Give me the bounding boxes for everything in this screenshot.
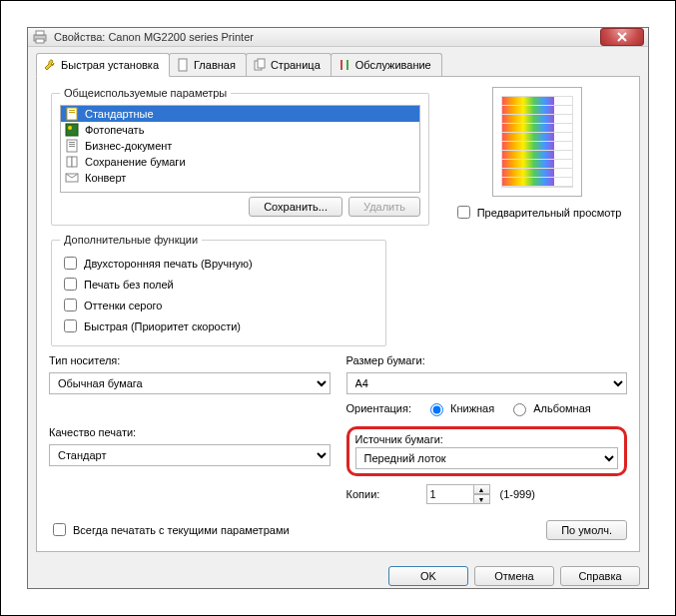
- business-icon: [65, 139, 79, 153]
- window-title: Свойства: Canon MG2200 series Printer: [54, 31, 600, 43]
- source-select[interactable]: Передний лоток: [355, 447, 619, 469]
- tab-maintenance[interactable]: Обслуживание: [331, 53, 442, 76]
- svg-rect-9: [69, 110, 75, 111]
- svg-rect-3: [179, 59, 187, 71]
- tab-strip: Быстрая установка Главная Страница Обслу…: [28, 47, 648, 76]
- tab-label: Страница: [271, 59, 321, 71]
- tab-body: Общеиспользуемые параметры Стандартные Ф…: [36, 76, 640, 552]
- envelope-icon: [65, 171, 79, 185]
- pages-icon: [253, 58, 267, 72]
- list-item[interactable]: Конверт: [61, 170, 419, 186]
- properties-dialog: Свойства: Canon MG2200 series Printer Бы…: [27, 27, 649, 589]
- save-profile-button[interactable]: Сохранить...: [249, 197, 342, 217]
- copies-range: (1-999): [500, 488, 535, 500]
- portrait-radio[interactable]: Книжная: [425, 400, 494, 416]
- copies-spinner[interactable]: ▲▼: [426, 484, 490, 504]
- always-print-check[interactable]: Всегда печатать с текущими параметрами: [49, 520, 290, 539]
- help-button[interactable]: Справка: [560, 566, 640, 586]
- dialog-footer: OK Отмена Справка: [28, 560, 648, 596]
- ok-button[interactable]: OK: [388, 566, 468, 586]
- svg-rect-16: [69, 146, 75, 147]
- svg-rect-2: [36, 39, 44, 43]
- page-preview: [492, 87, 582, 197]
- profiles-legend: Общеиспользуемые параметры: [60, 87, 231, 99]
- close-button[interactable]: [600, 28, 644, 46]
- printer-icon: [32, 29, 48, 45]
- list-item[interactable]: Сохранение бумаги: [61, 154, 419, 170]
- svg-rect-6: [340, 60, 342, 70]
- save-paper-icon: [65, 155, 79, 169]
- wrench-icon: [43, 58, 57, 72]
- copies-input[interactable]: [426, 484, 474, 504]
- defaults-button[interactable]: По умолч.: [546, 520, 627, 540]
- quality-select[interactable]: Стандарт: [49, 444, 331, 466]
- svg-rect-15: [69, 144, 75, 145]
- svg-rect-18: [72, 157, 77, 167]
- tab-page[interactable]: Страница: [246, 53, 332, 76]
- extras-fieldset: Дополнительные функции Двухсторонняя печ…: [51, 234, 386, 346]
- tab-main[interactable]: Главная: [169, 53, 247, 76]
- svg-point-12: [68, 126, 72, 130]
- list-item[interactable]: Бизнес-документ: [61, 138, 419, 154]
- extras-legend: Дополнительные функции: [60, 234, 202, 246]
- grayscale-check[interactable]: Оттенки серого: [60, 296, 377, 314]
- media-label: Тип носителя:: [49, 354, 331, 366]
- doc-icon: [176, 58, 190, 72]
- source-label: Источник бумаги:: [355, 433, 619, 445]
- preview-checkbox[interactable]: [457, 206, 470, 219]
- spin-up[interactable]: ▲: [474, 484, 490, 494]
- fast-check[interactable]: Быстрая (Приоритет скорости): [60, 316, 377, 335]
- tools-icon: [338, 58, 351, 72]
- tab-label: Обслуживание: [355, 59, 431, 71]
- size-select[interactable]: A4: [346, 372, 628, 394]
- copies-label: Копии:: [346, 488, 416, 500]
- tab-quick-setup[interactable]: Быстрая установка: [36, 53, 170, 77]
- svg-rect-14: [69, 142, 75, 143]
- titlebar: Свойства: Canon MG2200 series Printer: [28, 28, 648, 47]
- svg-rect-17: [67, 157, 72, 167]
- list-item[interactable]: Стандартные: [61, 106, 419, 122]
- landscape-radio[interactable]: Альбомная: [508, 400, 591, 416]
- profiles-fieldset: Общеиспользуемые параметры Стандартные Ф…: [51, 87, 429, 226]
- tab-label: Быстрая установка: [61, 59, 159, 71]
- media-select[interactable]: Обычная бумага: [49, 372, 331, 394]
- photo-icon: [65, 123, 79, 137]
- standard-icon: [65, 107, 79, 121]
- svg-rect-1: [36, 31, 44, 35]
- size-label: Размер бумаги:: [346, 354, 628, 366]
- svg-rect-7: [346, 60, 348, 70]
- delete-profile-button[interactable]: Удалить: [348, 197, 420, 217]
- borderless-check[interactable]: Печать без полей: [60, 275, 377, 294]
- profiles-listbox[interactable]: Стандартные Фотопечать Бизнес-документ С…: [60, 105, 420, 193]
- svg-rect-11: [66, 124, 78, 136]
- list-item[interactable]: Фотопечать: [61, 122, 419, 138]
- svg-rect-8: [67, 108, 77, 120]
- duplex-check[interactable]: Двухсторонняя печать (Вручную): [60, 254, 377, 273]
- cancel-button[interactable]: Отмена: [474, 566, 554, 586]
- svg-rect-5: [258, 59, 265, 68]
- svg-rect-10: [69, 112, 75, 113]
- preview-checkbox-row[interactable]: Предварительный просмотр: [447, 203, 627, 222]
- source-highlight: Источник бумаги: Передний лоток: [346, 426, 628, 476]
- quality-label: Качество печати:: [49, 426, 331, 438]
- tab-label: Главная: [194, 59, 236, 71]
- spin-down[interactable]: ▼: [474, 494, 490, 504]
- orient-label: Ориентация:: [346, 402, 412, 414]
